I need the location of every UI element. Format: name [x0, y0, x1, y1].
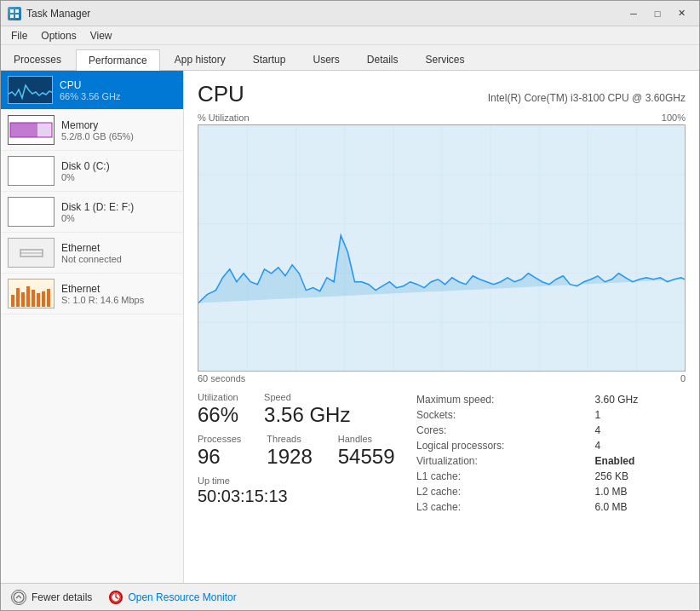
svg-rect-7 [9, 198, 54, 226]
uptime-value: 50:03:15:13 [198, 487, 288, 506]
maximize-button[interactable]: □ [646, 5, 668, 22]
open-resource-monitor-button[interactable]: Open Resource Monitor [109, 591, 236, 604]
stat-speed: Speed 3.56 GHz [264, 392, 350, 427]
speed-label: Speed [264, 392, 350, 402]
virt-value: Enabled [592, 453, 686, 469]
disk1-label: Disk 1 (D: E: F:) [61, 201, 176, 213]
stat-handles: Handles 54559 [338, 434, 395, 469]
svg-rect-1 [15, 9, 19, 13]
cpu-thumbnail [8, 76, 53, 104]
l1-value: 256 KB [592, 469, 686, 484]
logical-value: 4 [592, 438, 686, 453]
stats-section: Utilization 66% Speed 3.56 GHz Processes… [198, 392, 686, 515]
sysinfo-max-speed: Maximum speed: 3.60 GHz [413, 392, 686, 407]
svg-rect-18 [47, 289, 50, 307]
sidebar-item-memory[interactable]: Memory 5.2/8.0 GB (65%) [1, 110, 183, 151]
footer: Fewer details Open Resource Monitor [1, 583, 699, 610]
l3-label: L3 cache: [413, 499, 592, 515]
sidebar-item-eth1[interactable]: Ethernet S: 1.0 R: 14.6 Mbps [1, 274, 183, 314]
svg-rect-15 [32, 290, 35, 307]
disk0-thumbnail [8, 156, 55, 186]
tab-startup[interactable]: Startup [240, 49, 299, 70]
tab-performance[interactable]: Performance [76, 49, 160, 71]
stats-row-2: Processes 96 Threads 1928 Handles 54559 [198, 434, 413, 469]
minimize-button[interactable]: ─ [623, 5, 645, 22]
cpu-label: CPU [60, 79, 176, 91]
memory-thumbnail [8, 115, 55, 145]
stat-utilization: Utilization 66% [198, 392, 238, 427]
threads-value: 1928 [267, 445, 312, 469]
sysinfo-cores: Cores: 4 [413, 423, 686, 438]
tab-app-history[interactable]: App history [162, 49, 238, 70]
tab-processes[interactable]: Processes [1, 49, 74, 70]
sysinfo-virt: Virtualization: Enabled [413, 453, 686, 469]
detail-header: CPU Intel(R) Core(TM) i3-8100 CPU @ 3.60… [198, 81, 686, 107]
sidebar-item-eth0[interactable]: Ethernet Not connected [1, 233, 183, 274]
graph-y-label: % Utilization [198, 112, 250, 123]
sidebar-item-disk1[interactable]: Disk 1 (D: E: F:) 0% [1, 192, 183, 233]
l3-value: 6.0 MB [592, 499, 686, 515]
sysinfo-sockets: Sockets: 1 [413, 407, 686, 423]
handles-value: 54559 [338, 445, 395, 469]
cpu-graph [198, 124, 686, 372]
l2-value: 1.0 MB [592, 484, 686, 499]
fewer-details-button[interactable]: Fewer details [11, 590, 92, 605]
uptime-label: Up time [198, 476, 288, 486]
disk1-thumbnail [8, 197, 55, 227]
l1-label: L1 cache: [413, 469, 592, 484]
graph-x-min: 0 [680, 373, 686, 383]
menu-view[interactable]: View [83, 28, 119, 43]
svg-rect-3 [15, 14, 19, 18]
memory-label: Memory [61, 119, 176, 131]
graph-container: % Utilization 100% [198, 112, 686, 383]
logical-label: Logical processors: [413, 438, 592, 453]
sidebar-item-cpu[interactable]: CPU 66% 3.56 GHz [1, 71, 183, 110]
tab-bar: Processes Performance App history Startu… [1, 45, 699, 71]
eth1-thumbnail [8, 279, 55, 308]
stat-processes: Processes 96 [198, 434, 241, 469]
stat-threads: Threads 1928 [267, 434, 312, 469]
tab-users[interactable]: Users [300, 49, 352, 70]
open-resource-monitor-label: Open Resource Monitor [128, 591, 236, 603]
processes-value: 96 [198, 445, 241, 469]
svg-point-21 [14, 592, 24, 602]
sysinfo-logical: Logical processors: 4 [413, 438, 686, 453]
svg-rect-13 [21, 292, 25, 307]
menu-options[interactable]: Options [34, 28, 83, 43]
svg-rect-12 [16, 288, 20, 307]
eth1-sublabel: S: 1.0 R: 14.6 Mbps [61, 295, 176, 305]
main-content: CPU 66% 3.56 GHz Memory 5.2/8.0 GB (65%) [1, 71, 699, 583]
tab-services[interactable]: Services [413, 49, 478, 70]
svg-rect-5 [10, 123, 37, 137]
menu-file[interactable]: File [4, 28, 34, 43]
svg-rect-6 [9, 157, 54, 185]
eth0-label: Ethernet [61, 242, 176, 254]
utilization-value: 66% [198, 403, 238, 427]
resource-monitor-icon [109, 591, 123, 604]
title-bar: Task Manager ─ □ ✕ [1, 1, 699, 26]
svg-rect-20 [198, 125, 685, 371]
sidebar-item-disk0[interactable]: Disk 0 (C:) 0% [1, 151, 183, 192]
cpu-sublabel: 66% 3.56 GHz [60, 91, 176, 101]
window-title: Task Manager [26, 8, 623, 20]
max-speed-value: 3.60 GHz [592, 392, 686, 407]
cores-label: Cores: [413, 423, 592, 438]
eth0-sublabel: Not connected [61, 254, 176, 264]
utilization-label: Utilization [198, 392, 238, 402]
handles-label: Handles [338, 434, 395, 444]
stats-row-3: Up time 50:03:15:13 [198, 476, 413, 506]
detail-panel: CPU Intel(R) Core(TM) i3-8100 CPU @ 3.60… [184, 71, 699, 583]
sysinfo-l2: L2 cache: 1.0 MB [413, 484, 686, 499]
detail-title: CPU [198, 81, 244, 107]
virt-label: Virtualization: [413, 453, 592, 469]
app-icon [8, 7, 21, 20]
svg-rect-0 [10, 9, 14, 13]
close-button[interactable]: ✕ [670, 5, 692, 22]
disk0-sublabel: 0% [61, 172, 176, 182]
max-speed-label: Maximum speed: [413, 392, 592, 407]
tab-details[interactable]: Details [354, 49, 411, 70]
eth1-label: Ethernet [61, 283, 176, 295]
fewer-details-label: Fewer details [32, 591, 92, 603]
window-controls: ─ □ ✕ [623, 5, 692, 22]
disk1-sublabel: 0% [61, 213, 176, 223]
